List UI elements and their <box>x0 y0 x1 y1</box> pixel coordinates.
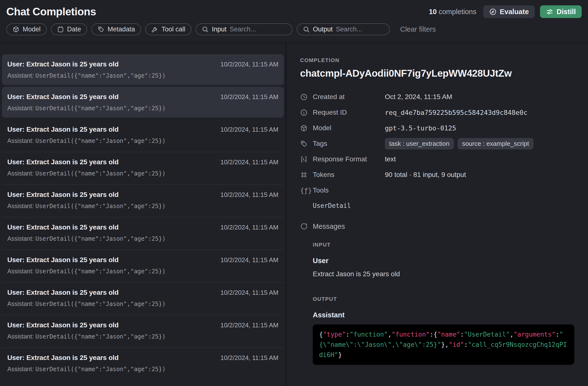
clear-filters-link[interactable]: Clear filters <box>400 25 436 33</box>
item-user-text: User: Extract Jason is 25 years old <box>7 158 119 166</box>
tools-row: {ƒ}Tools <box>300 183 574 198</box>
page-title: Chat Completions <box>6 6 96 18</box>
input-search-field[interactable] <box>230 26 286 33</box>
item-timestamp: 10/2/2024, 11:15 AM <box>220 289 278 296</box>
assistant-code: {"type":"function","function":{"name":"U… <box>319 331 567 359</box>
request-id-row: Request ID req_d4e7ba759225b595c584243d9… <box>300 105 574 120</box>
input-content: Extract Jason is 25 years old <box>313 270 574 278</box>
item-timestamp: 10/2/2024, 11:15 AM <box>220 191 278 199</box>
completion-list-item[interactable]: User: Extract Jason is 25 years old10/2/… <box>2 119 284 152</box>
output-role: Assistant <box>313 311 574 319</box>
item-user-text: User: Extract Jason is 25 years old <box>7 354 119 362</box>
item-assistant-text: Assistant: UserDetail({"name":"Jason","a… <box>7 72 278 79</box>
item-timestamp: 10/2/2024, 11:15 AM <box>220 126 278 133</box>
search-icon <box>303 26 310 33</box>
distill-button[interactable]: Distill <box>540 5 582 18</box>
item-user-text: User: Extract Jason is 25 years old <box>7 256 119 264</box>
cube-icon <box>12 26 20 33</box>
item-assistant-text: Assistant: UserDetail({"name":"Jason","a… <box>7 137 278 144</box>
item-timestamp: 10/2/2024, 11:15 AM <box>220 322 278 329</box>
messages-header: Messages <box>300 222 574 231</box>
item-timestamp: 10/2/2024, 11:15 AM <box>220 256 278 264</box>
filter-metadata-button[interactable]: Metadata <box>91 23 141 35</box>
tool-item: UserDetail <box>313 202 574 209</box>
model-value: gpt-3.5-turbo-0125 <box>385 124 456 132</box>
brackets-cursor-icon <box>300 155 308 163</box>
tag-chip: task : user_extraction <box>385 138 454 149</box>
calendar-icon <box>57 26 64 33</box>
item-assistant-text: Assistant: UserDetail({"name":"Jason","a… <box>7 268 278 275</box>
input-section: INPUT User Extract Jason is 25 years old <box>313 242 574 278</box>
completion-list-item[interactable]: User: Extract Jason is 25 years old10/2/… <box>2 152 284 185</box>
filter-tool-call-button[interactable]: Tool call <box>145 23 191 35</box>
item-assistant-text: Assistant: UserDetail({"name":"Jason","a… <box>7 170 278 177</box>
page-header: Chat Completions 10 completions Evaluate… <box>0 0 588 20</box>
output-search[interactable]: Output <box>297 23 390 35</box>
item-user-text: User: Extract Jason is 25 years old <box>7 223 119 231</box>
tag-chip: source : example_script <box>458 138 533 149</box>
tags-row: Tags task : user_extraction source : exa… <box>300 136 574 151</box>
info-icon <box>300 109 308 116</box>
completion-list-item[interactable]: User: Extract Jason is 25 years old10/2/… <box>2 87 284 117</box>
tag-icon <box>300 140 308 148</box>
completion-list-item[interactable]: User: Extract Jason is 25 years old10/2/… <box>2 185 284 217</box>
input-search[interactable]: Input <box>196 23 293 35</box>
item-user-text: User: Extract Jason is 25 years old <box>7 93 119 101</box>
header-actions: 10 completions Evaluate Distill <box>429 5 582 18</box>
tag-chips: task : user_extraction source : example_… <box>385 138 533 149</box>
filter-bar: Model Date Metadata Tool call Input Outp… <box>0 20 588 43</box>
wrench-icon <box>151 26 158 33</box>
braces-function-icon: {ƒ} <box>300 187 308 194</box>
item-assistant-text: Assistant: UserDetail({"name":"Jason","a… <box>7 366 278 373</box>
completion-list-item[interactable]: User: Extract Jason is 25 years old10/2/… <box>2 315 284 348</box>
filter-model-button[interactable]: Model <box>6 23 47 35</box>
evaluate-button[interactable]: Evaluate <box>483 5 535 18</box>
cube-icon <box>300 124 308 132</box>
item-timestamp: 10/2/2024, 11:15 AM <box>220 224 278 231</box>
item-assistant-text: Assistant: UserDetail({"name":"Jason","a… <box>7 300 278 307</box>
main-content: User: Extract Jason is 25 years old10/2/… <box>0 43 588 386</box>
completion-list-item[interactable]: User: Extract Jason is 25 years old10/2/… <box>2 348 284 380</box>
completion-list-item[interactable]: User: Extract Jason is 25 years old10/2/… <box>2 54 284 85</box>
tokens-icon <box>300 171 308 179</box>
item-assistant-text: Assistant: UserDetail({"name":"Jason","a… <box>7 235 278 242</box>
item-user-text: User: Extract Jason is 25 years old <box>7 126 119 133</box>
input-role: User <box>313 257 574 265</box>
item-timestamp: 10/2/2024, 11:15 AM <box>220 61 278 68</box>
input-section-label: INPUT <box>313 242 574 248</box>
completions-list: User: Extract Jason is 25 years old10/2/… <box>0 43 286 386</box>
sliders-icon <box>546 8 553 16</box>
completion-section-label: COMPLETION <box>300 57 574 63</box>
item-timestamp: 10/2/2024, 11:15 AM <box>220 354 278 362</box>
item-user-text: User: Extract Jason is 25 years old <box>7 60 119 68</box>
completion-id: chatcmpl-ADyAodii0NF7ig7yLepWW428UJtZw <box>300 68 574 79</box>
created-at-value: Oct 2, 2024, 11:15 AM <box>385 93 452 101</box>
request-id-value: req_d4e7ba759225b595c584243d9c848e0c <box>385 109 527 116</box>
output-section: OUTPUT Assistant {"type":"function","fun… <box>313 296 574 365</box>
output-search-field[interactable] <box>336 26 384 33</box>
item-user-text: User: Extract Jason is 25 years old <box>7 321 119 329</box>
completion-metadata: Created at Oct 2, 2024, 11:15 AM Request… <box>300 89 574 209</box>
item-user-text: User: Extract Jason is 25 years old <box>7 289 119 296</box>
completions-count: 10 completions <box>429 8 476 16</box>
filter-date-button[interactable]: Date <box>51 23 87 35</box>
item-user-text: User: Extract Jason is 25 years old <box>7 191 119 199</box>
search-icon <box>202 26 209 33</box>
created-at-row: Created at Oct 2, 2024, 11:15 AM <box>300 89 574 105</box>
response-format-value: text <box>385 155 396 163</box>
model-row: Model gpt-3.5-turbo-0125 <box>300 120 574 136</box>
completion-list-item[interactable]: User: Extract Jason is 25 years old10/2/… <box>2 217 284 250</box>
tokens-value: 90 total · 81 input, 9 output <box>385 171 466 179</box>
compass-icon <box>489 8 497 16</box>
chat-bubble-icon <box>300 223 308 230</box>
completion-list-item[interactable]: User: Extract Jason is 25 years old10/2/… <box>2 250 284 283</box>
completion-detail-panel: COMPLETION chatcmpl-ADyAodii0NF7ig7yLepW… <box>286 43 588 386</box>
item-timestamp: 10/2/2024, 11:15 AM <box>220 158 278 166</box>
item-timestamp: 10/2/2024, 11:15 AM <box>220 93 278 101</box>
tag-icon <box>97 26 105 33</box>
response-format-row: Response Format text <box>300 151 574 167</box>
tokens-row: Tokens 90 total · 81 input, 9 output <box>300 167 574 183</box>
item-assistant-text: Assistant: UserDetail({"name":"Jason","a… <box>7 333 278 340</box>
clock-icon <box>300 93 308 101</box>
completion-list-item[interactable]: User: Extract Jason is 25 years old10/2/… <box>2 283 284 315</box>
